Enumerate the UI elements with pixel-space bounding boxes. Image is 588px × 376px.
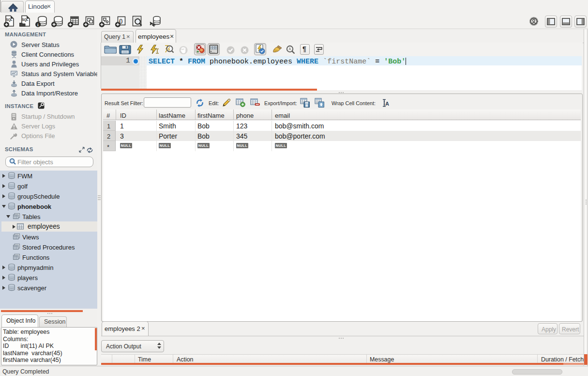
- svg-text:A: A: [385, 101, 389, 107]
- svg-text:SQL: SQL: [6, 18, 12, 22]
- svg-text:SQL: SQL: [22, 18, 28, 22]
